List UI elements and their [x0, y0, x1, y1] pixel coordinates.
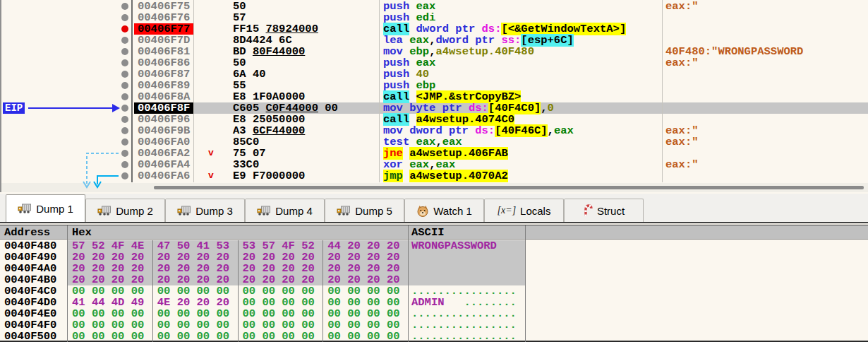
tab-dump-5[interactable]: Dump 5	[325, 199, 404, 222]
tab-label: Dump 5	[355, 205, 392, 217]
dump-address: 0040F490	[0, 252, 67, 263]
header-ascii: ASCII	[411, 225, 445, 240]
ascii-text: ................	[409, 319, 525, 331]
dump-panel: Address Hex ASCII 0040F48057 52 4F 4E47 …	[0, 225, 868, 342]
instruction-text: call a4wsetup.4074C0	[383, 114, 514, 125]
ascii-text	[409, 252, 525, 263]
address-cell: 00406F75	[134, 1, 193, 12]
hex-byte-group: 00 00 00 00	[239, 331, 324, 342]
comment-text: eax:"	[665, 136, 699, 148]
header-hex: Hex	[72, 225, 92, 240]
comment-text: eax:"	[665, 159, 699, 170]
hex-byte-group: 20 20 20 20	[68, 252, 153, 263]
dump-row[interactable]: 0040F49020 20 20 2020 20 20 2020 20 20 2…	[0, 252, 868, 263]
instruction-bytes: 6A 40	[233, 69, 266, 80]
tab-dump-2[interactable]: Dump 2	[85, 199, 165, 222]
jne-jump-line-dashed	[87, 153, 119, 184]
tab-label: Dump 4	[275, 205, 313, 217]
address-cell: 00406F77	[134, 23, 193, 35]
instruction-bytes: 57	[233, 12, 246, 23]
hex-bytes: 00 00 00 0000 00 00 0000 00 00 0000 00 0…	[68, 331, 408, 342]
instruction-bytes: C605 C0F44000 00	[233, 102, 338, 114]
instruction-text: call <JMP.&strCopyBZ>	[383, 91, 521, 102]
comment-text: 40F480:"WRONGPASSWORD	[665, 46, 803, 57]
bytes-column-separator	[379, 0, 380, 182]
dump-truck-icon	[257, 205, 271, 216]
debugger-window: 00406F7550push eaxeax:"00406F7657push ed…	[0, 0, 868, 342]
hex-byte-group: 41 44 4D 49	[68, 297, 153, 308]
disasm-column-separator	[662, 0, 663, 182]
hex-bytes: 41 44 4D 494E 20 20 2000 00 00 0000 00 0…	[68, 297, 408, 308]
tab-label: Watch 1	[433, 205, 471, 217]
x-equals-icon: [x=]	[498, 205, 517, 216]
hex-byte-group: 00 00 00 00	[323, 308, 408, 319]
dump-row[interactable]: 0040F50000 00 00 0000 00 00 0000 00 00 0…	[0, 331, 868, 342]
instruction-text: mov dword ptr ds:[40F46C],eax	[383, 125, 574, 136]
dump-row[interactable]: 0040F4B020 20 20 2020 20 20 2020 20 20 2…	[0, 274, 868, 285]
instruction-text: push eax	[383, 1, 435, 12]
address-cell: 00406FA6	[134, 170, 193, 182]
dump-row[interactable]: 0040F4D041 44 4D 494E 20 20 2000 00 00 0…	[0, 297, 868, 308]
instruction-bytes: 50	[233, 57, 246, 69]
tab-label: Dump 2	[116, 205, 153, 217]
instruction-bytes: 33C0	[233, 159, 259, 170]
address-cell: 00406F86	[134, 57, 193, 69]
instruction-text: lea eax,dword ptr ss:[esp+6C]	[383, 35, 574, 46]
hex-byte-group: 20 20 20 20	[68, 274, 153, 285]
instruction-bytes: 55	[233, 80, 246, 91]
ascii-text	[409, 274, 525, 285]
address-cell: 00406F8A	[134, 91, 193, 102]
dump-address-separator	[67, 225, 68, 342]
instruction-text: jmp a4wsetup.4070A2	[383, 170, 508, 182]
tab-dump-3[interactable]: Dump 3	[165, 199, 245, 222]
instruction-bytes: 50	[233, 1, 246, 12]
dump-row[interactable]: 0040F4A020 20 20 2020 20 20 2020 20 20 2…	[0, 263, 868, 274]
instruction-bytes: 8D4424 6C	[233, 35, 292, 46]
jump-arrows-graphic	[0, 0, 134, 192]
hex-byte-group: 00 00 00 00	[153, 319, 239, 331]
dump-row[interactable]: 0040F4C000 00 00 0000 00 00 0000 00 00 0…	[0, 285, 868, 297]
tab-dump-1[interactable]: Dump 1	[6, 194, 85, 222]
dump-row[interactable]: 0040F48057 52 4F 4E47 50 41 5353 57 4F 5…	[0, 240, 868, 252]
instruction-text: test eax,eax	[383, 136, 462, 148]
candy-cane-icon	[583, 204, 593, 218]
dump-address: 0040F4D0	[0, 297, 67, 308]
instruction-text: push eax	[383, 57, 435, 69]
tab-struct[interactable]: Struct	[564, 199, 644, 222]
address-cell: 00406F76	[134, 12, 193, 23]
tab-locals[interactable]: [x=]Locals	[484, 199, 564, 222]
jump-arrow-gutter: EIP	[0, 0, 134, 192]
instruction-text: jne a4wsetup.406FAB	[383, 148, 508, 159]
dump-table-header: Address Hex ASCII	[0, 225, 868, 240]
instruction-bytes: E8 25050000	[233, 114, 305, 125]
dump-ascii-separator	[525, 225, 526, 342]
jump-down-icon: v	[208, 170, 214, 182]
address-column-separator	[193, 0, 194, 182]
hex-byte-group: 20 20 20 20	[323, 274, 408, 285]
tab-dump-4[interactable]: Dump 4	[245, 199, 325, 222]
hex-bytes: 00 00 00 0000 00 00 0000 00 00 0000 00 0…	[68, 308, 408, 319]
disassembly-panel: 00406F7550push eaxeax:"00406F7657push ed…	[0, 0, 868, 192]
dump-row[interactable]: 0040F4F000 00 00 0000 00 00 0000 00 00 0…	[0, 319, 868, 331]
comment-text: eax:"	[665, 125, 699, 136]
tab-watch-1[interactable]: Watch 1	[404, 199, 484, 222]
dump-row[interactable]: 0040F4E000 00 00 0000 00 00 0000 00 00 0…	[0, 308, 868, 319]
instruction-text: push 40	[383, 69, 429, 80]
tab-label: Dump 1	[36, 203, 73, 215]
instruction-bytes: 75 07	[233, 148, 266, 159]
dump-truck-icon	[337, 205, 351, 216]
dump-rows: 0040F48057 52 4F 4E47 50 41 5353 57 4F 5…	[0, 240, 868, 342]
scrollbar-thumb[interactable]	[154, 186, 864, 189]
hex-byte-group: 00 00 00 00	[239, 297, 324, 308]
dump-address: 0040F480	[0, 240, 67, 252]
address-cell: 00406F9B	[134, 125, 193, 136]
hex-byte-group: 20 20 20 20	[323, 252, 408, 263]
hex-byte-group: 00 00 00 00	[323, 319, 408, 331]
address-cell: 00406F8F	[134, 102, 193, 114]
ascii-text: ADMIN ........	[409, 297, 525, 308]
instruction-text: push edi	[383, 12, 435, 23]
instruction-bytes: E9 F7000000	[233, 170, 305, 182]
hex-byte-group: 20 20 20 20	[239, 252, 324, 263]
jump-down-icon: v	[208, 148, 214, 159]
ascii-text	[409, 263, 525, 274]
